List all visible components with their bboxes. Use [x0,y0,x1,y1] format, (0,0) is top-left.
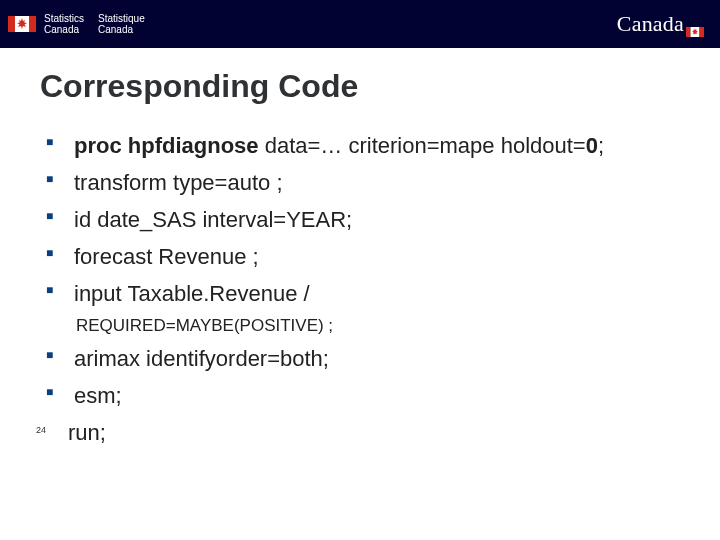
canada-flag-icon [8,16,36,32]
statcan-logo-block: Statistics Canada Statistique Canada [8,13,145,35]
bullet-8: 24 run; [40,418,680,448]
bullet-1: proc hpfdiagnose data=… criterion=mape h… [46,131,680,160]
bullet-2: transform type=auto ; [46,168,680,197]
wordmark-text: Canada [617,11,684,37]
statcan-fr-2: Canada [98,24,145,35]
slide-body: Corresponding Code proc hpfdiagnose data… [0,48,720,448]
bullet-5: input Taxable.Revenue / [46,279,680,308]
page-number: 24 [36,424,46,436]
bullet-1-semi: ; [598,133,604,158]
header-bar: Statistics Canada Statistique Canada Can… [0,0,720,48]
bullet-list-2: arimax identifyorder=both; esm; [40,344,680,410]
bullet-1-zero: 0 [586,133,598,158]
bullet-3: id date_SAS interval=YEAR; [46,205,680,234]
bullet-1-args: data=… criterion=mape holdout= [259,133,586,158]
statcan-en-2: Canada [44,24,84,35]
slide-title: Corresponding Code [40,68,680,105]
slide: Statistics Canada Statistique Canada Can… [0,0,720,540]
svg-rect-3 [686,27,691,37]
bullet-5-sub: REQUIRED=MAYBE(POSITIVE) ; [76,316,680,336]
svg-rect-5 [700,27,705,37]
bullet-7: esm; [46,381,680,410]
bullet-8-text: run; [68,420,106,445]
statcan-text: Statistics Canada Statistique Canada [44,13,145,35]
statcan-en-1: Statistics [44,13,84,24]
bullet-list: proc hpfdiagnose data=… criterion=mape h… [40,131,680,308]
statcan-fr-1: Statistique [98,13,145,24]
bullet-1-proc: proc hpfdiagnose [74,133,259,158]
wordmark-flag-icon [686,27,704,37]
bullet-6: arimax identifyorder=both; [46,344,680,373]
bullet-4: forecast Revenue ; [46,242,680,271]
canada-wordmark: Canada [617,11,704,37]
svg-rect-0 [8,16,15,32]
svg-rect-2 [29,16,36,32]
